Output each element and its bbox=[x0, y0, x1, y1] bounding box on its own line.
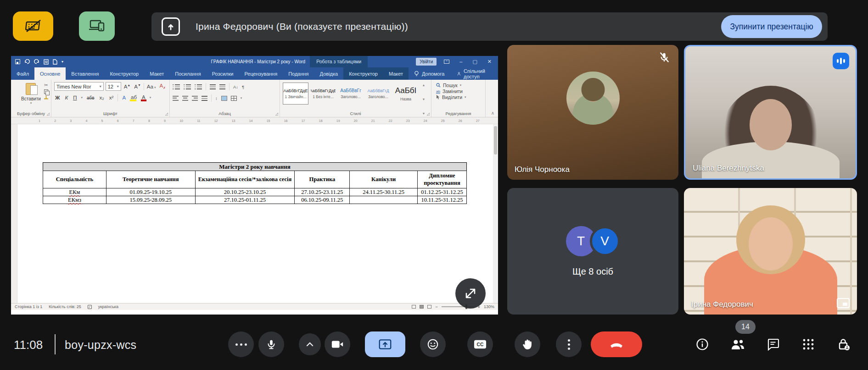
picture-in-picture-icon[interactable] bbox=[837, 298, 850, 308]
tab-table-layout[interactable]: Макет bbox=[383, 67, 409, 80]
more-options-button[interactable] bbox=[556, 331, 582, 357]
chat-button[interactable] bbox=[766, 337, 780, 352]
leave-call-button[interactable] bbox=[591, 331, 642, 357]
clear-formatting-icon[interactable]: А✗ bbox=[158, 83, 167, 90]
align-right-icon[interactable] bbox=[192, 96, 198, 101]
tab-assistance[interactable]: Допомога bbox=[409, 67, 450, 80]
style-heading2[interactable]: АаБбВвГгД Заголово... bbox=[365, 83, 391, 105]
share-document-button[interactable]: Спільний доступ bbox=[450, 67, 498, 80]
italic-button[interactable]: К bbox=[64, 95, 69, 100]
tab-references[interactable]: Посилання bbox=[169, 67, 206, 80]
style-heading1[interactable]: АаБбВвГг Заголово... bbox=[338, 83, 364, 105]
print-preview-icon[interactable] bbox=[44, 59, 49, 65]
proofing-status-icon[interactable]: ✓ bbox=[88, 305, 92, 309]
schedule-table[interactable]: Спеціальність Теоретичне навчання Екзаме… bbox=[43, 171, 467, 204]
find-button[interactable]: Пошук▾ bbox=[436, 83, 482, 88]
increase-indent-icon[interactable] bbox=[219, 84, 225, 89]
participant-tile-uliana[interactable]: Uliana Berezhnytska bbox=[684, 45, 857, 180]
camera-button[interactable] bbox=[325, 331, 350, 357]
align-center-icon[interactable] bbox=[182, 96, 188, 101]
customize-qat-icon[interactable]: ▾ bbox=[62, 60, 63, 64]
meeting-details-button[interactable] bbox=[695, 337, 710, 352]
underline-button[interactable]: П bbox=[72, 95, 78, 100]
redo-icon[interactable] bbox=[34, 59, 39, 64]
tab-layout[interactable]: Макет bbox=[144, 67, 169, 80]
tab-mailings[interactable]: Розсилки bbox=[207, 67, 239, 80]
keyboard-hidden-indicator-icon[interactable] bbox=[13, 11, 53, 41]
tab-home[interactable]: Основне bbox=[34, 67, 66, 80]
font-size-select[interactable]: 12▾ bbox=[106, 82, 121, 91]
shrink-font-icon[interactable]: А▼ bbox=[133, 83, 142, 89]
style-normal[interactable]: АаБбВгГДдЕ 1 Звичайн... bbox=[283, 83, 308, 105]
bullet-list-icon[interactable] bbox=[173, 84, 180, 89]
stop-presentation-button[interactable]: Зупинити презентацію bbox=[721, 15, 822, 38]
tab-help[interactable]: Довідка bbox=[314, 67, 344, 80]
video-options-chevron-button[interactable] bbox=[299, 333, 321, 355]
device-share-indicator-icon[interactable] bbox=[79, 11, 115, 41]
cut-icon[interactable]: ✂ bbox=[44, 83, 48, 88]
word-count[interactable]: Кількість слів: 25 bbox=[49, 304, 81, 309]
style-no-spacing[interactable]: АаБбВвГгДдЕ 1 Без інте... bbox=[310, 83, 336, 105]
language-indicator[interactable]: українська bbox=[98, 304, 118, 309]
decrease-indent-icon[interactable] bbox=[210, 84, 216, 89]
more-audio-options-button[interactable] bbox=[228, 331, 254, 357]
numbered-list-icon[interactable] bbox=[184, 84, 191, 89]
save-icon[interactable] bbox=[15, 59, 20, 64]
undo-icon[interactable] bbox=[24, 59, 30, 64]
tab-table-design[interactable]: Конструктор bbox=[343, 67, 383, 80]
expand-presentation-button[interactable] bbox=[455, 278, 486, 309]
read-mode-icon[interactable] bbox=[412, 305, 416, 309]
bold-button[interactable]: Ж bbox=[54, 95, 61, 100]
print-layout-icon[interactable] bbox=[420, 305, 424, 309]
select-button[interactable]: Виділити▾ bbox=[436, 94, 482, 100]
font-dialog-launcher[interactable]: ◿ bbox=[165, 112, 168, 116]
restore-icon[interactable]: ▢ bbox=[472, 59, 477, 64]
pilcrow-icon[interactable]: ¶ bbox=[242, 84, 244, 89]
more-participants-tile[interactable]: T V Ще 8 осіб bbox=[507, 188, 678, 315]
tab-review[interactable]: Рецензування bbox=[239, 67, 283, 80]
presenting-button[interactable] bbox=[365, 331, 405, 357]
captions-button[interactable]: CC bbox=[467, 331, 493, 357]
tab-file[interactable]: Файл bbox=[11, 67, 34, 80]
justify-icon[interactable] bbox=[202, 96, 207, 101]
highlight-color-button[interactable]: аб bbox=[130, 94, 138, 101]
microphone-button[interactable] bbox=[258, 331, 284, 357]
tab-design[interactable]: Конструктор bbox=[104, 67, 144, 80]
host-controls-button[interactable] bbox=[836, 337, 851, 352]
tab-view[interactable]: Подання bbox=[283, 67, 314, 80]
borders-icon[interactable] bbox=[231, 96, 237, 101]
subscript-button[interactable]: х₂ bbox=[99, 95, 105, 100]
text-effects-button[interactable]: А bbox=[121, 95, 127, 100]
web-layout-icon[interactable] bbox=[427, 305, 431, 309]
ribbon-display-options-icon[interactable]: ⌃ bbox=[444, 60, 449, 64]
zoom-level[interactable]: 130% bbox=[484, 304, 494, 309]
document-page[interactable]: Магістри 2 року навчання Спеціальність Т… bbox=[17, 124, 493, 303]
shading-icon[interactable] bbox=[221, 96, 227, 101]
new-document-icon[interactable] bbox=[53, 59, 57, 65]
collapse-ribbon-icon[interactable]: ∧ bbox=[491, 110, 494, 116]
raise-hand-button[interactable] bbox=[515, 331, 540, 357]
page-count[interactable]: Сторінка 1 із 1 bbox=[15, 304, 42, 309]
format-painter-icon[interactable] bbox=[44, 96, 48, 100]
close-icon[interactable]: ✕ bbox=[487, 59, 492, 64]
participant-tile-iryna[interactable]: Ірина Федорович bbox=[684, 188, 857, 315]
horizontal-ruler[interactable]: 1234567891011121314151617181920212223242… bbox=[11, 117, 498, 124]
activities-button[interactable] bbox=[801, 337, 816, 352]
line-spacing-icon[interactable]: ↕ bbox=[215, 96, 218, 101]
paragraph-dialog-launcher[interactable]: ◿ bbox=[275, 112, 278, 116]
paste-button[interactable]: Вставити ▾ bbox=[21, 83, 41, 105]
document-scrollbar[interactable] bbox=[493, 124, 498, 303]
participant-tile-yuliia[interactable]: Юлія Чорноока bbox=[507, 45, 678, 180]
font-color-button[interactable]: А bbox=[141, 94, 146, 101]
change-case-icon[interactable]: Аа ▾ bbox=[146, 84, 157, 89]
tab-insert[interactable]: Вставлення bbox=[66, 67, 104, 80]
zoom-out-icon[interactable]: − bbox=[435, 304, 438, 309]
sort-icon[interactable]: А↓ bbox=[233, 84, 238, 89]
clipboard-dialog-launcher[interactable]: ◿ bbox=[47, 112, 50, 116]
sign-in-button[interactable]: Увійти bbox=[416, 58, 437, 66]
font-name-select[interactable]: Times New Ror▾ bbox=[54, 82, 104, 91]
styles-dialog-launcher[interactable]: ◿ bbox=[427, 112, 430, 116]
style-title[interactable]: АаБбІ Назва bbox=[393, 83, 419, 105]
minimize-icon[interactable]: – bbox=[459, 59, 462, 64]
reactions-button[interactable] bbox=[420, 331, 446, 357]
